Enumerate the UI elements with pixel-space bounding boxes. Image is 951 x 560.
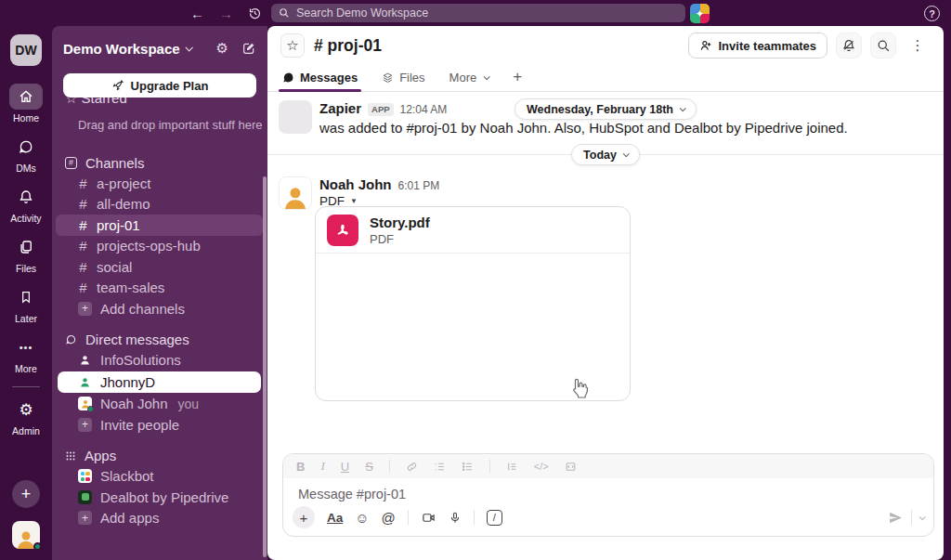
create-new-button[interactable]: + [12, 480, 40, 508]
message-timestamp[interactable]: 6:01 PM [398, 179, 440, 192]
channel-search-icon[interactable] [870, 33, 896, 59]
add-channels-button[interactable]: +Add channels [52, 298, 267, 319]
attach-plus-button[interactable]: + [293, 506, 315, 528]
zapier-avatar[interactable] [279, 100, 312, 134]
app-item-dealbot[interactable]: Dealbot by Pipedrive [52, 487, 267, 508]
bulleted-list-icon[interactable] [462, 461, 474, 473]
file-name[interactable]: Story.pdf [370, 215, 430, 230]
dms-section-header[interactable]: Direct messages [52, 330, 267, 350]
microphone-icon[interactable] [449, 511, 462, 525]
starred-section-header[interactable]: ☆ Starred [65, 98, 267, 108]
video-icon[interactable] [421, 511, 436, 525]
file-type: PDF [370, 232, 430, 246]
sidebar-item-files[interactable]: Files [0, 234, 52, 277]
user-avatar[interactable] [12, 521, 40, 549]
more-options-kebab-icon[interactable]: ⋮ [905, 33, 931, 59]
home-icon [9, 84, 43, 110]
plus-icon: + [78, 418, 92, 432]
bell-icon [9, 184, 43, 210]
apps-section-header[interactable]: Apps [52, 446, 267, 466]
message-timestamp[interactable]: 12:04 AM [400, 103, 448, 116]
send-icon[interactable] [888, 510, 904, 526]
channel-item-selected[interactable]: #proj-01 [56, 215, 263, 236]
sidebar-item-home[interactable]: Home [0, 84, 52, 126]
starred-empty-hint: Drag and drop important stuff here [78, 118, 267, 132]
sidebar-item-later[interactable]: Later [0, 284, 52, 327]
add-apps-button[interactable]: +Add apps [52, 508, 267, 529]
search-input[interactable]: Search Demo Workspace [271, 4, 685, 22]
dm-avatar [78, 397, 92, 410]
top-bar: ← → Search Demo Workspace ✦ ? [0, 0, 951, 26]
message-composer[interactable]: B I U S </> Message #proj-01 [282, 453, 934, 537]
dms-icon [9, 134, 43, 160]
invite-teammates-button[interactable]: Invite teammates [688, 33, 828, 59]
tab-files[interactable]: Files [382, 65, 424, 89]
channels-section-header[interactable]: # Channels [52, 152, 267, 173]
plus-icon: + [78, 511, 92, 525]
app-item-slackbot[interactable]: Slackbot [52, 466, 267, 488]
formatting-toolbar: B I U S </> [283, 454, 933, 478]
channel-title[interactable]: # proj-01 [314, 36, 382, 56]
message-input[interactable]: Message #proj-01 [283, 478, 933, 501]
link-icon[interactable] [406, 461, 418, 473]
code-icon[interactable]: </> [534, 461, 549, 472]
code-block-icon[interactable] [565, 461, 577, 473]
notifications-bell-icon[interactable] [836, 33, 862, 59]
chevron-down-icon [623, 150, 630, 157]
new-message-icon[interactable] [241, 41, 256, 56]
sidebar-item-dms[interactable]: DMs [0, 134, 52, 176]
channel-item[interactable]: #social [52, 256, 267, 278]
workspace-name[interactable]: Demo Workspace [63, 41, 180, 57]
person-add-icon [699, 39, 712, 52]
tab-more[interactable]: More [449, 65, 489, 89]
floating-date-pill[interactable]: Wednesday, February 18th [515, 98, 697, 120]
sidebar-item-more[interactable]: ••• More [0, 334, 52, 377]
channel-item[interactable]: #team-sales [52, 278, 267, 299]
dm-item[interactable]: InfoSolutions [52, 350, 267, 371]
shortcuts-slash-icon[interactable]: / [487, 510, 502, 526]
message-author[interactable]: Noah John [319, 176, 392, 192]
emoji-icon[interactable]: ☺ [355, 510, 369, 526]
history-forward-button[interactable]: → [219, 6, 233, 21]
dealbot-icon [78, 490, 92, 504]
history-clock-icon[interactable] [248, 7, 262, 20]
bold-button[interactable]: B [296, 460, 305, 474]
dm-item-selected[interactable]: JhonnyD [58, 371, 261, 393]
preferences-gear-icon[interactable]: ⚙ [216, 40, 228, 57]
chevron-down-icon [185, 44, 192, 51]
italic-button[interactable]: I [320, 459, 324, 474]
upgrade-plan-button[interactable]: Upgrade Plan [63, 73, 256, 98]
topbar-avatar[interactable]: ✦ [690, 4, 710, 23]
avatar-face-icon: ✦ [690, 4, 710, 23]
rail-divider [12, 386, 40, 387]
dm-item[interactable]: Noah John you [52, 394, 267, 415]
history-back-button[interactable]: ← [190, 6, 204, 21]
star-channel-button[interactable]: ☆ [280, 33, 305, 58]
formatting-toggle-button[interactable]: Aa [327, 511, 343, 525]
add-tab-button[interactable]: + [513, 65, 522, 89]
sidebar-scrollbar[interactable] [263, 176, 267, 557]
channel-item[interactable]: #a-project [52, 173, 267, 194]
today-date-pill[interactable]: Today [571, 144, 640, 165]
strikethrough-button[interactable]: S [365, 460, 373, 474]
invite-people-button[interactable]: +Invite people [52, 414, 267, 436]
tab-messages[interactable]: Messages [282, 65, 358, 89]
noah-avatar[interactable] [279, 176, 312, 210]
file-attachment-card[interactable]: Story.pdf PDF [315, 206, 631, 401]
help-icon[interactable]: ? [924, 6, 940, 21]
send-options-chevron-icon[interactable] [919, 514, 926, 520]
mention-icon[interactable]: @ [382, 510, 396, 526]
dm-avatar [78, 375, 92, 389]
blockquote-icon[interactable] [506, 461, 518, 473]
ordered-list-icon[interactable] [434, 461, 446, 473]
left-rail: DW Home DMs Activity Files Later ••• Mor… [0, 26, 52, 560]
channel-item[interactable]: #projects-ops-hub [52, 236, 267, 257]
sidebar-item-activity[interactable]: Activity [0, 184, 52, 227]
channel-item[interactable]: #all-demo [52, 194, 267, 215]
workspace-switcher[interactable]: DW [10, 34, 42, 66]
message-author[interactable]: Zapier [319, 100, 361, 116]
sidebar-item-admin[interactable]: ⚙ Admin [0, 397, 52, 439]
plus-icon: + [78, 302, 92, 316]
search-placeholder: Search Demo Workspace [296, 7, 428, 20]
underline-button[interactable]: U [341, 460, 349, 474]
